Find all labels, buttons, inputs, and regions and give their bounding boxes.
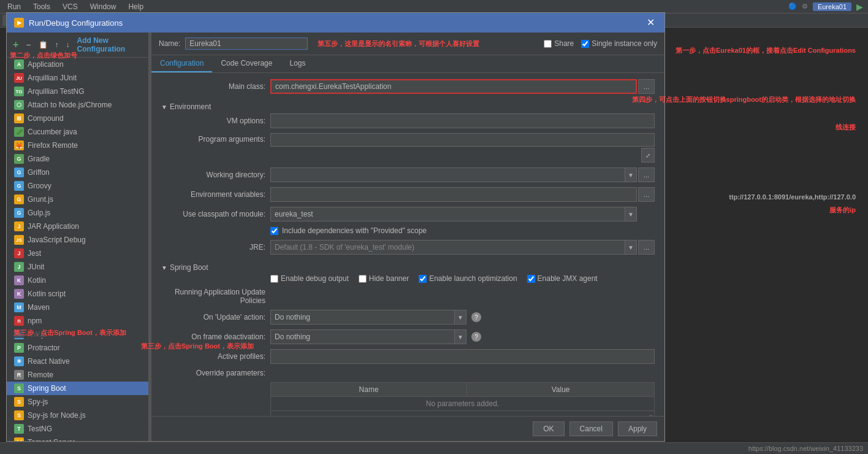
spring-boot-section-header[interactable]: ▼ Spring Boot [161, 260, 655, 274]
sidebar-item-griffon[interactable]: G Griffon [7, 166, 148, 179]
tab-code-coverage[interactable]: Code Coverage [212, 55, 281, 72]
maven-icon: M [14, 302, 24, 312]
menu-help[interactable]: Help [126, 1, 146, 12]
sidebar-item-arquillian-junit[interactable]: JU Arquillian JUnit [7, 71, 148, 85]
env-vars-input[interactable] [270, 187, 637, 202]
program-args-label: Program arguments: [161, 133, 265, 144]
enable-launch-checkbox[interactable] [419, 275, 427, 283]
hide-banner-checkbox[interactable] [359, 275, 367, 283]
on-update-help-icon[interactable]: ? [471, 312, 481, 322]
active-profiles-row: Active profiles: [161, 349, 655, 364]
sidebar-item-protractor[interactable]: P Protractor [7, 341, 148, 355]
spring-boot-section-label: Spring Boot [170, 263, 208, 272]
arrow-down-button[interactable]: ↓ [64, 39, 72, 50]
sidebar-item-react-native[interactable]: ⚛ React Native [7, 355, 148, 368]
sidebar-item-junit[interactable]: J JUnit [7, 260, 148, 274]
enable-launch-label[interactable]: Enable launch optimization [419, 274, 517, 283]
single-instance-checkbox[interactable] [581, 40, 589, 48]
sidebar-item-npm[interactable]: n npm [7, 314, 148, 328]
enable-debug-label[interactable]: Enable debug output [270, 274, 349, 283]
remote-icon: R [14, 370, 24, 380]
bottom-url-bar: https://blog.csdn.net/weixin_41133233 [0, 442, 868, 454]
sidebar-item-nwjs[interactable]: N NW.js [7, 328, 148, 341]
include-deps-checkbox[interactable] [270, 227, 278, 235]
sidebar-item-firefox[interactable]: 🦊 Firefox Remote [7, 139, 148, 152]
working-dir-browse-button[interactable]: ... [638, 167, 655, 182]
tomcat-arrow-icon: ▶ [139, 439, 143, 442]
sidebar-item-arquillian-testng[interactable]: TG Arquillian TestNG [7, 85, 148, 98]
classpath-select[interactable]: eureka_test [270, 207, 637, 221]
share-checkbox-label[interactable]: Share [544, 39, 574, 48]
main-class-row: Main class: ... [161, 79, 655, 94]
working-dir-input[interactable] [270, 167, 637, 182]
hide-banner-label[interactable]: Hide banner [359, 274, 409, 283]
sidebar-item-kotlin-script[interactable]: K Kotlin script [7, 287, 148, 301]
tab-logs[interactable]: Logs [281, 55, 314, 72]
on-frame-help-icon[interactable]: ? [471, 332, 481, 342]
on-frame-select[interactable]: Do nothing [270, 329, 466, 344]
dialog-title: Run/Debug Configurations [29, 18, 123, 28]
remove-config-button[interactable]: − [23, 39, 33, 51]
sidebar-item-jest[interactable]: J Jest [7, 247, 148, 260]
vm-options-input[interactable] [270, 113, 655, 128]
tab-configuration[interactable]: Configuration [151, 55, 212, 72]
apply-button[interactable]: Apply [618, 421, 657, 436]
copy-config-button[interactable]: 📋 [36, 39, 50, 50]
sidebar-item-gulpjs[interactable]: G Gulp.js [7, 206, 148, 220]
enable-debug-checkbox[interactable] [270, 275, 278, 283]
sidebar-item-jar[interactable]: J JAR Application [7, 220, 148, 233]
sidebar-item-testng[interactable]: T TestNG [7, 422, 148, 436]
gulpjs-icon: G [14, 208, 24, 218]
active-profiles-input[interactable] [270, 349, 655, 364]
env-vars-browse-button[interactable]: ... [638, 187, 655, 202]
single-instance-label[interactable]: Single instance only [581, 39, 657, 48]
enable-jmx-label[interactable]: Enable JMX agent [527, 274, 598, 283]
environment-section-header[interactable]: ▼ Environment [161, 99, 655, 113]
sidebar-item-tomcat[interactable]: 🐱 Tomcat Server ▶ [7, 436, 148, 441]
jre-browse-button[interactable]: ... [638, 240, 655, 255]
spyjs-icon: S [14, 397, 24, 407]
firefox-icon: 🦊 [14, 140, 24, 150]
sidebar-item-spyjs-node[interactable]: S Spy-js for Node.js [7, 409, 148, 422]
cucumber-icon: 🥒 [14, 127, 24, 137]
name-label: Name: [159, 39, 180, 48]
dialog-close-button[interactable]: ✕ [644, 18, 657, 28]
name-input[interactable] [185, 37, 308, 50]
sidebar-item-cucumber[interactable]: 🥒 Cucumber java [7, 125, 148, 139]
run-button[interactable]: ▶ [856, 2, 863, 12]
add-config-button[interactable]: + [10, 38, 21, 52]
eureka-btn[interactable]: Eureka01 [813, 2, 851, 11]
program-args-input[interactable] [270, 133, 655, 147]
sidebar-item-gradle[interactable]: G Gradle [7, 152, 148, 166]
ok-button[interactable]: OK [533, 421, 564, 436]
spring-boot-section: ▼ Spring Boot Enable debug output [161, 260, 655, 416]
expand-args-button[interactable]: ⤢ [641, 148, 655, 163]
sidebar-item-spyjs[interactable]: S Spy-js [7, 395, 148, 409]
sidebar-item-gruntjs[interactable]: G Grunt.js [7, 193, 148, 206]
env-vars-label: Environment variables: [161, 190, 265, 199]
menu-tools[interactable]: Tools [31, 1, 53, 12]
sidebar-item-kotlin[interactable]: K Kotlin [7, 274, 148, 287]
menu-vcs[interactable]: VCS [60, 1, 80, 12]
kotlin-icon: K [14, 275, 24, 285]
sidebar-item-maven[interactable]: M Maven [7, 301, 148, 314]
main-class-input[interactable] [270, 79, 637, 94]
jre-select[interactable]: Default (1.8 - SDK of 'eureka_test' modu… [270, 240, 637, 255]
sidebar-item-groovy[interactable]: G Groovy [7, 179, 148, 193]
arrow-up-button[interactable]: ↑ [53, 39, 61, 50]
menu-run[interactable]: Run [5, 1, 23, 12]
sidebar-item-remote[interactable]: R Remote [7, 368, 148, 382]
sidebar-item-label: Arquillian TestNG [28, 87, 84, 96]
share-checkbox[interactable] [544, 40, 552, 48]
sidebar-item-application[interactable]: A Application [7, 58, 148, 71]
sidebar-item-label: Arquillian JUnit [28, 74, 77, 82]
sidebar-item-attach-nodejs[interactable]: ⬡ Attach to Node.js/Chrome [7, 98, 148, 112]
sidebar-item-spring-boot[interactable]: S Spring Boot [7, 382, 148, 395]
menu-window[interactable]: Window [88, 1, 119, 12]
sidebar-item-compound[interactable]: ⊞ Compound [7, 112, 148, 125]
sidebar-item-js-debug[interactable]: JS JavaScript Debug [7, 233, 148, 247]
on-update-select[interactable]: Do nothing [270, 310, 466, 325]
main-class-browse-button[interactable]: ... [638, 79, 655, 94]
enable-jmx-checkbox[interactable] [527, 275, 535, 283]
cancel-button[interactable]: Cancel [569, 421, 613, 436]
